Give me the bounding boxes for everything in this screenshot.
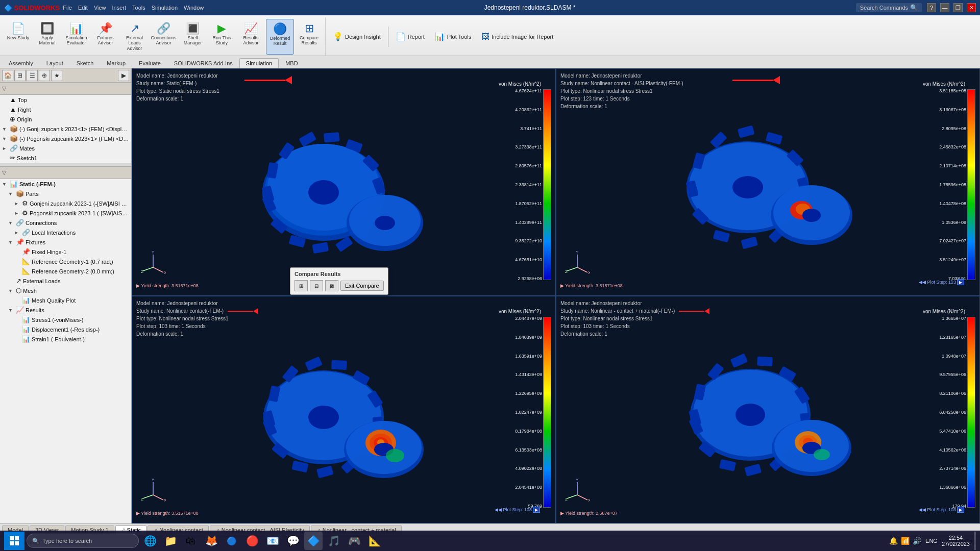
- tree-item-ref-geo-2[interactable]: 📐 Reference Geometry-2 (0.0 mm;): [0, 266, 131, 276]
- viewport-bottom-left[interactable]: Model name: Jednostepeni reduktor Study …: [132, 296, 556, 523]
- lp-star-btn[interactable]: ★: [51, 70, 62, 81]
- lp-home-btn[interactable]: 🏠: [2, 70, 13, 81]
- keyboard-layout: ENG: [925, 538, 938, 544]
- taskbar-store[interactable]: 🛍: [182, 532, 200, 550]
- tree-item-strain[interactable]: 📊 Strain1 (-Equivalent-): [0, 334, 131, 344]
- external-loads-button[interactable]: ↗ External Loads Advisor: [120, 19, 149, 55]
- lp-grid-btn[interactable]: ⊞: [14, 70, 26, 81]
- fixtures-button[interactable]: 📌 Fixtures Advisor: [91, 19, 119, 55]
- main-area: 🏠 ⊞ ☰ ⊕ ★ ▶ ▽ ▲ Top ▲ Right ⊕: [0, 68, 980, 523]
- tree-item-sketch1[interactable]: ✏ Sketch1: [0, 153, 131, 163]
- help-button[interactable]: ?: [927, 3, 936, 12]
- run-study-button[interactable]: ▶ Run This Study: [208, 19, 236, 55]
- design-insight-button[interactable]: 💡 Design Insight: [330, 30, 384, 43]
- tree-item-static[interactable]: ▼ 📊 Static (-FEM-): [0, 179, 131, 189]
- tree-item-pogonski[interactable]: ► ⚙ Pogonski zupcanik 2023-1 (-[SW]AISI …: [0, 208, 131, 218]
- tree-item-parts[interactable]: ▼ 📦 Parts: [0, 189, 131, 198]
- new-study-button[interactable]: 📄 New Study: [4, 19, 32, 55]
- start-button[interactable]: [4, 532, 24, 550]
- static-label: Static (-FEM-): [19, 181, 129, 187]
- vp-bl-plot: Plot type: Nonlinear nodal stress Stress…: [136, 315, 258, 322]
- tree-item-top[interactable]: ▲ Top: [0, 95, 131, 105]
- tab-assembly[interactable]: Assembly: [2, 58, 40, 68]
- restore-button[interactable]: ❐: [953, 3, 963, 12]
- tree-item-mesh-quality[interactable]: 📊 Mesh Quality Plot: [0, 295, 131, 305]
- tree-item-right[interactable]: ▲ Right: [0, 105, 131, 114]
- tab-evaluate[interactable]: Evaluate: [132, 58, 167, 68]
- tree-item-fixed-hinge[interactable]: 📌 Fixed Hinge-1: [0, 247, 131, 257]
- viewport-top-right[interactable]: Model name: Jednostepeni reduktor Study …: [556, 68, 980, 296]
- menu-window[interactable]: Window: [184, 5, 204, 11]
- tab-mbd[interactable]: MBD: [279, 58, 304, 68]
- report-button[interactable]: 📄 Report: [393, 30, 428, 43]
- tree-item-local[interactable]: ► 🔗 Local Interactions: [0, 228, 131, 237]
- tab-layout[interactable]: Layout: [40, 58, 70, 68]
- tab-addins[interactable]: SOLIDWORKS Add-Ins: [167, 58, 239, 68]
- vp-tl-colorbar: [543, 89, 551, 280]
- exit-compare-button[interactable]: Exit Compare: [340, 281, 384, 291]
- shell-manager-button[interactable]: 🔳 Shell Manager: [179, 19, 207, 55]
- taskbar-explorer[interactable]: 📁: [161, 532, 180, 550]
- tree-item-stress1[interactable]: 📊 Stress1 (-vonMises-): [0, 315, 131, 324]
- tree-item-mesh[interactable]: ▼ ⬡ Mesh: [0, 286, 131, 295]
- close-button[interactable]: ✕: [967, 3, 976, 12]
- connections-button[interactable]: 🔗 Connections Advisor: [150, 19, 178, 55]
- menu-edit[interactable]: Edit: [78, 5, 88, 11]
- svg-point-48: [802, 209, 821, 222]
- apply-material-button[interactable]: 🔲 Apply Material: [33, 19, 61, 55]
- lp-cursor-btn[interactable]: ⊕: [39, 70, 50, 81]
- include-image-button[interactable]: 🖼 Include Image for Report: [478, 30, 556, 43]
- taskbar-chrome[interactable]: 🔵: [223, 532, 241, 550]
- tab-simulation[interactable]: Simulation: [239, 58, 279, 68]
- menu-insert[interactable]: Insert: [112, 5, 127, 11]
- tree-item-mates[interactable]: ► 🔗 Mates: [0, 143, 131, 153]
- tray-notification[interactable]: 🔔: [889, 537, 898, 545]
- menu-view[interactable]: View: [94, 5, 106, 11]
- compare-icon-2[interactable]: ⊟: [310, 280, 323, 291]
- minimize-button[interactable]: —: [940, 3, 949, 12]
- simulation-evaluator-button[interactable]: 📊 Simulation Evaluator: [62, 19, 90, 55]
- tab-sketch[interactable]: Sketch: [70, 58, 101, 68]
- compare-icon-1[interactable]: ⊞: [295, 280, 308, 291]
- tree-item-ext-loads[interactable]: ↗ External Loads: [0, 276, 131, 286]
- taskbar-firefox[interactable]: 🦊: [202, 532, 220, 550]
- taskbar-edge[interactable]: 🌐: [141, 532, 159, 550]
- taskbar-search[interactable]: 🔍 Type here to search: [27, 534, 139, 548]
- taskbar-sw[interactable]: 🔷: [304, 532, 323, 550]
- taskbar-app4[interactable]: 🎵: [325, 532, 343, 550]
- tray-volume[interactable]: 🔊: [913, 537, 921, 545]
- ref-geo-icon: 📐: [22, 258, 30, 265]
- taskbar-app1[interactable]: 🔴: [243, 532, 261, 550]
- tree-item-fixtures[interactable]: ▼ 📌 Fixtures: [0, 237, 131, 247]
- taskbar-app3[interactable]: 💬: [284, 532, 302, 550]
- viewport-bottom-right[interactable]: Model name: Jednostepeni reduktor Study …: [556, 296, 980, 523]
- tree-item-displacement[interactable]: 📊 Displacement1 (-Res disp-): [0, 324, 131, 334]
- results-advisor-button[interactable]: 📈 Results Advisor: [237, 19, 265, 55]
- lp-arrow-btn[interactable]: ▶: [118, 70, 129, 81]
- taskbar-app5[interactable]: 🎮: [345, 532, 363, 550]
- show-desktop-button[interactable]: [974, 532, 976, 550]
- taskbar-app6[interactable]: 📐: [365, 532, 384, 550]
- compare-icon-3[interactable]: ⊠: [325, 280, 338, 291]
- deformed-result-button[interactable]: 🔵 Deformed Result: [266, 19, 294, 55]
- taskbar-app2[interactable]: 📧: [263, 532, 282, 550]
- plot-tools-button[interactable]: 📊 Plot Tools: [432, 30, 475, 43]
- tree-item-ref-geo-1[interactable]: 📐 Reference Geometry-1 (0.7 rad;): [0, 257, 131, 266]
- tree-item-gonjeni[interactable]: ► ⚙ Gonjeni zupcanik 2023-1 (-[SW]AISI 1…: [0, 198, 131, 208]
- compare-results-button[interactable]: ⊞ Compare Results: [295, 19, 323, 55]
- menu-tools[interactable]: Tools: [132, 5, 145, 11]
- tray-network[interactable]: 📶: [901, 537, 910, 545]
- tree-item-gonji[interactable]: ▼ 📦 (-) Gonji zupcanik 2023<1> (FEM) <Di…: [0, 124, 131, 134]
- viewport-top-left[interactable]: Model name: Jednostepeni reduktor Study …: [132, 68, 556, 296]
- mates-label: Mates: [19, 145, 129, 152]
- toolbar: 📄 New Study 🔲 Apply Material 📊 Simulatio…: [0, 15, 980, 56]
- top-label: Top: [18, 97, 129, 103]
- tree-item-pogon[interactable]: ▼ 📦 (-) Pogonski zupcanik 2023<1> (FEM) …: [0, 134, 131, 143]
- tree-item-origin[interactable]: ⊕ Origin: [0, 114, 131, 124]
- tree-item-results[interactable]: ▼ 📈 Results: [0, 305, 131, 315]
- tab-markup[interactable]: Markup: [100, 58, 132, 68]
- menu-simulation[interactable]: Simulation: [152, 5, 178, 11]
- tree-item-connections[interactable]: ▼ 🔗 Connections: [0, 218, 131, 228]
- lp-list-btn[interactable]: ☰: [27, 70, 38, 81]
- menu-file[interactable]: File: [63, 5, 72, 11]
